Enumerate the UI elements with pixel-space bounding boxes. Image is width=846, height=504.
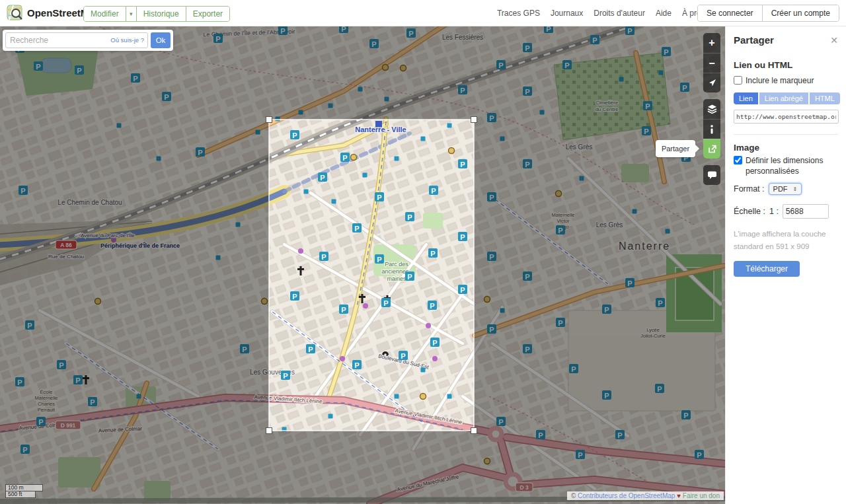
- parking-icon-glyph: P: [430, 250, 435, 258]
- scale-row: Échelle : 1 :: [734, 204, 838, 219]
- parking-icon-glyph: P: [341, 306, 346, 314]
- format-value: PDF: [773, 185, 788, 193]
- map-node-marker: [421, 137, 426, 141]
- format-row: Format : PDF ⇕: [734, 183, 838, 195]
- custom-dimensions-row: Définir les dimensions personnalisées: [734, 155, 838, 176]
- donate-link[interactable]: Faire un don: [683, 492, 720, 499]
- map-canvas[interactable]: Le Chemin de l'Île et de l'AbreuvoirLes …: [0, 26, 725, 504]
- scale-imperial: 500 ft: [5, 491, 36, 498]
- link-section-title: Lien ou HTML: [734, 60, 838, 70]
- comment-bubble-icon: [707, 170, 717, 180]
- custom-dimensions-checkbox[interactable]: [734, 156, 742, 164]
- share-icon: [707, 144, 717, 154]
- top-navbar: OpenStreetMap Modifier ▾ Historique Expo…: [0, 0, 846, 26]
- parking-icon-glyph: P: [460, 161, 465, 168]
- export-button[interactable]: Exporter: [186, 7, 229, 21]
- history-button[interactable]: Historique: [136, 7, 186, 21]
- map-node-marker: [363, 173, 367, 178]
- parking-icon-glyph: P: [283, 372, 288, 380]
- parking-icon-glyph: P: [460, 286, 465, 294]
- map-label: anciennes: [381, 268, 409, 275]
- tab-short-link[interactable]: Lien abrégé: [759, 92, 808, 104]
- zoom-in-button[interactable]: +: [703, 33, 720, 53]
- header-links: Traces GPS Journaux Droits d'auteur Aide…: [497, 0, 714, 26]
- search-submit-button[interactable]: Ok: [151, 32, 171, 48]
- map-node-marker: [447, 124, 452, 128]
- parking-icon-glyph: P: [320, 174, 325, 182]
- parking-icon-glyph: P: [292, 131, 297, 139]
- share-button[interactable]: [703, 139, 720, 159]
- locate-button[interactable]: [703, 73, 720, 92]
- locate-arrow-icon: [707, 79, 716, 88]
- parking-icon-glyph: P: [321, 253, 326, 261]
- parking-icon-glyph: P: [407, 273, 412, 281]
- scale-input[interactable]: [783, 204, 829, 219]
- parking-icon-glyph: P: [431, 187, 436, 195]
- contributors-link[interactable]: Contributeurs de OpenStreetMap: [578, 492, 675, 499]
- edit-dropdown-caret[interactable]: ▾: [126, 7, 136, 21]
- share-tooltip-text: Partager: [662, 145, 689, 153]
- map-node-marker: [328, 414, 333, 419]
- church-cross-icon: [359, 296, 365, 298]
- parking-icon-glyph: P: [377, 256, 381, 264]
- map-attribution: © Contributeurs de OpenStreetMap ♥ Faire…: [567, 491, 724, 500]
- map-label: mairies: [387, 275, 406, 282]
- map-viewport[interactable]: Le Chemin de l'Île et de l'AbreuvoirLes …: [0, 26, 725, 504]
- parking-icon-glyph: P: [377, 194, 381, 201]
- custom-dimensions-label: Définir les dimensions personnalisées: [746, 155, 838, 176]
- plus-icon: +: [709, 37, 714, 49]
- parking-icon-glyph: P: [407, 213, 412, 221]
- map-control-strip: + −: [703, 33, 720, 192]
- shop-dot: [426, 323, 431, 328]
- where-am-i-link[interactable]: Où suis-je ?: [110, 36, 144, 44]
- panel-divider: [734, 134, 838, 135]
- map-node-marker: [304, 190, 309, 194]
- church-cross-icon: [300, 266, 302, 275]
- format-label: Format :: [734, 184, 765, 194]
- shop-dot: [340, 356, 345, 361]
- poi-dot: [351, 155, 357, 161]
- layers-icon: [707, 104, 717, 114]
- zoom-out-button[interactable]: −: [703, 53, 720, 73]
- map-node-marker: [395, 394, 399, 399]
- church-cross-icon: [362, 294, 364, 303]
- layers-button[interactable]: [703, 99, 720, 119]
- scale-prefix: 1 :: [769, 207, 779, 216]
- close-icon[interactable]: ✕: [830, 36, 838, 45]
- nav-copyright[interactable]: Droits d'auteur: [594, 9, 645, 18]
- info-icon: [710, 125, 714, 134]
- minus-icon: −: [709, 57, 714, 69]
- include-marker-checkbox[interactable]: [734, 76, 742, 85]
- parking-icon-glyph: P: [354, 225, 359, 233]
- account-buttons: Se connecter Créer un compte: [697, 5, 839, 22]
- osm-logo-icon: [7, 5, 22, 20]
- share-url-input[interactable]: [734, 110, 839, 124]
- shop-dot: [363, 303, 368, 308]
- login-button[interactable]: Se connecter: [698, 5, 762, 21]
- tab-link[interactable]: Lien: [734, 92, 758, 104]
- map-note-button[interactable]: [703, 165, 720, 185]
- map-node-marker: [395, 157, 399, 161]
- edit-button[interactable]: Modifier: [84, 7, 126, 21]
- parking-icon-glyph: P: [401, 352, 405, 360]
- scale-control: 100 m 500 ft: [5, 484, 43, 498]
- map-label: Parc des: [385, 261, 408, 268]
- map-node-marker: [332, 199, 336, 204]
- church-cross-icon: [297, 268, 304, 270]
- signup-button[interactable]: Créer un compte: [762, 5, 839, 21]
- nav-diaries[interactable]: Journaux: [551, 9, 583, 18]
- copyright-sign: ©: [571, 492, 576, 499]
- map-label: Nanterre - Ville: [355, 126, 406, 133]
- download-button[interactable]: Télécharger: [734, 261, 800, 277]
- select-updown-icon: ⇕: [793, 186, 798, 192]
- share-panel: Partager ✕ Lien ou HTML Inclure le marqu…: [725, 26, 846, 504]
- format-select[interactable]: PDF ⇕: [769, 183, 802, 195]
- nav-help[interactable]: Aide: [656, 9, 672, 18]
- map-info-button[interactable]: [703, 119, 720, 139]
- tab-html[interactable]: HTML: [810, 92, 840, 104]
- parking-icon-glyph: P: [292, 293, 297, 301]
- link-format-tabs: Lien Lien abrégé HTML: [734, 92, 838, 104]
- map-node-marker: [447, 394, 452, 399]
- share-tooltip: Partager: [656, 140, 695, 157]
- nav-gps-traces[interactable]: Traces GPS: [497, 9, 540, 18]
